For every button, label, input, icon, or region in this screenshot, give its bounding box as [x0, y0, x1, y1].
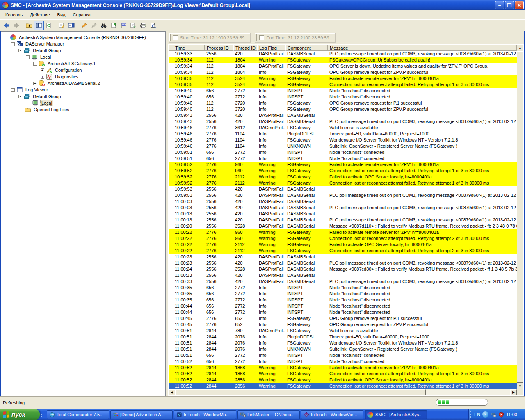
taskbar-button-tc[interactable]: Total Commander 7.5...: [47, 410, 109, 419]
scroll-right-button[interactable]: ▶: [510, 389, 517, 395]
log-row[interactable]: 10:59:532556420DASProtFailDASMBSerialPLC…: [169, 192, 517, 199]
log-row[interactable]: 10:59:351123524WarningFSGatewayFailed to…: [169, 75, 517, 82]
column-header-thread-id[interactable]: Thread ID: [233, 45, 257, 51]
taskbar-button-linkmaster[interactable]: LinkMaster - [C:\Docu...: [237, 410, 300, 419]
tree-item-label[interactable]: ArchestrA System Management Console (RNK…: [18, 35, 147, 40]
tree-item-label[interactable]: ArchestrA.DASMBSerial.2: [47, 81, 101, 86]
log-row[interactable]: 11:00:2425563528DASProtFailDASMBSerialMe…: [169, 266, 517, 272]
start-time-checkbox[interactable]: [173, 35, 178, 40]
tree-item-label[interactable]: Default Group: [32, 94, 62, 99]
log-row[interactable]: 10:59:4627761104InfoPlugInDDESLTimers: p…: [169, 131, 517, 137]
log-row[interactable]: 10:59:432556420DASProtFailDASMBSerial: [169, 112, 517, 119]
collapse-toggle[interactable]: -: [11, 88, 15, 92]
tree-item-archestra-system-management-console-rnkn[interactable]: ArchestrA System Management Console (RNK…: [1, 34, 165, 41]
log-row[interactable]: 10:59:406562772InfoINTSPTNode "localhost…: [169, 88, 517, 94]
start-button[interactable]: пуск: [0, 409, 40, 420]
log-row[interactable]: 11:00:2025563528DASProtFailDASMBSerialMe…: [169, 223, 517, 229]
log-row[interactable]: 10:59:401123720InfoFSGatewayOPC Group re…: [169, 106, 517, 112]
log-row[interactable]: 10:59:5227762112WarningFSGatewayConnecti…: [169, 180, 517, 186]
log-row[interactable]: 11:00:2227762112WarningFSGatewayFailed t…: [169, 242, 517, 248]
horizontal-scroll-track[interactable]: [426, 389, 510, 395]
close-button[interactable]: ✕: [515, 1, 524, 9]
tree-item-label[interactable]: Local: [40, 100, 53, 106]
toolbar-show-pane-button[interactable]: [66, 21, 76, 30]
menu-help[interactable]: Справка: [69, 11, 94, 18]
log-row[interactable]: 10:59:516562772InfoINTSPTNode "localhost…: [169, 155, 517, 162]
taskbar-button-advantech[interactable]: OPC[Demo] Advantech A...: [110, 410, 173, 419]
log-row[interactable]: 11:00:332556420DASProtFailDASMBSerialPLC…: [169, 278, 517, 285]
log-row[interactable]: 11:00:356562772InfoINTSPTNode "localhost…: [169, 291, 517, 297]
log-row[interactable]: 11:00:222776960WarningFSGatewayConnectio…: [169, 235, 517, 242]
tree-item-label[interactable]: Default Group: [32, 48, 62, 53]
tree-item-archestra-fsgateway-1[interactable]: -ArchestrA.FSGateway.1: [1, 60, 165, 67]
restore-button[interactable]: ❐: [505, 1, 514, 9]
log-row[interactable]: 10:59:341121804WarningFSGatewayFSGateway…: [169, 57, 517, 63]
tree-item-label[interactable]: Log Viewer: [25, 87, 49, 92]
menu-action[interactable]: Действие: [26, 11, 53, 18]
tree-item-label[interactable]: DAServer Manager: [25, 41, 65, 46]
log-row[interactable]: 11:00:356562772InfoINTSPTNode "localhost…: [169, 297, 517, 303]
log-row[interactable]: 10:59:341121804DASProtFailFSGatewayOPC S…: [169, 63, 517, 69]
log-row[interactable]: 11:00:452776652InfoFSGatewayOPC Group re…: [169, 322, 517, 328]
log-row[interactable]: 11:00:5228442856WarningFSGatewayConnecti…: [169, 383, 517, 389]
taskbar-button-intouch-maker[interactable]: InTouch - WindowMa...: [174, 410, 236, 419]
expand-toggle[interactable]: +: [33, 82, 37, 85]
log-row[interactable]: 11:00:232556420DASProtFailDASMBSerialPLC…: [169, 260, 517, 266]
tree-item-log-viewer[interactable]: -Log Viewer: [1, 87, 165, 93]
tree-item-opened-log-files[interactable]: Opened Log Files: [1, 106, 165, 113]
log-row[interactable]: 11:00:356562772InfoINTSPTNode "localhost…: [169, 285, 517, 291]
tree-item-diagnostics[interactable]: +Diagnostics: [1, 73, 165, 80]
horizontal-scrollbar[interactable]: ◀ ▶: [169, 389, 517, 395]
taskbar-button-intouch-viewer[interactable]: InTouch - WindowVie...: [301, 410, 363, 419]
network-tray-icon[interactable]: [491, 412, 496, 418]
quick-launch-grip[interactable]: [41, 411, 45, 418]
menu-view[interactable]: Вид: [54, 11, 69, 18]
vertical-scrollbar[interactable]: ▲ ▼: [517, 45, 523, 389]
horizontal-scroll-thumb[interactable]: [175, 389, 426, 395]
security-alert-icon[interactable]: [498, 412, 504, 418]
toolbar-print-button[interactable]: [138, 21, 148, 30]
toolbar-marker-disabled-button[interactable]: [89, 21, 99, 30]
tree-item-label[interactable]: ArchestrA.FSGateway.1: [47, 61, 96, 66]
taskbar-button-smc[interactable]: SMC - [ArchestrA Sys...: [365, 410, 427, 419]
column-header-time[interactable]: Time: [173, 45, 205, 51]
log-row[interactable]: 10:59:516562772InfoINTSPTNode "localhost…: [169, 149, 517, 155]
tree-item-label[interactable]: Configuration: [54, 68, 82, 73]
log-row[interactable]: 11:00:452776652InfoFSGatewayOPC Group re…: [169, 315, 517, 322]
toolbar-refresh-button[interactable]: [44, 21, 54, 30]
log-row[interactable]: 11:00:526562772InfoINTSPTNode "localhost…: [169, 358, 517, 365]
log-row[interactable]: 11:00:2227762112WarningFSGatewayConnecti…: [169, 248, 517, 254]
tree-item-daserver-manager[interactable]: -DAServer Manager: [1, 41, 165, 47]
collapse-toggle[interactable]: -: [33, 62, 37, 66]
toolbar-flag-button[interactable]: [119, 21, 128, 30]
toolbar-marker-button[interactable]: [79, 21, 89, 30]
log-row[interactable]: 10:59:401123720InfoFSGatewayOPC Group re…: [169, 100, 517, 106]
toolbar-up-folder-button[interactable]: [24, 21, 34, 30]
language-indicator[interactable]: EN: [474, 412, 480, 417]
log-row[interactable]: 10:59:522776960WarningFSGatewayFailed to…: [169, 162, 517, 168]
log-row[interactable]: 10:59:4627761104InfoFSGatewayWonderware …: [169, 137, 517, 143]
column-header-process-id[interactable]: Process ID: [205, 45, 233, 51]
toolbar-preview-button[interactable]: [148, 21, 158, 30]
tree-item-archestra-dasmbserial-2[interactable]: +ArchestrA.DASMBSerial.2: [1, 80, 165, 87]
end-time-checkbox[interactable]: [259, 35, 264, 40]
log-row[interactable]: 11:00:5128442076InfoUNKNOWNSuitelink: Op…: [169, 346, 517, 352]
toolbar-back-button[interactable]: [2, 21, 11, 30]
log-row[interactable]: 10:59:406562772InfoINTSPTNode "localhost…: [169, 94, 517, 100]
log-row[interactable]: 11:00:032556420DASProtFailDASMBSerial: [169, 199, 517, 205]
log-row[interactable]: 11:00:132556420DASProtFailDASMBSerial: [169, 211, 517, 217]
tree-item-label[interactable]: Diagnostics: [54, 74, 79, 79]
log-row[interactable]: 10:59:332556420DASProtFailDASMBSerialPLC…: [169, 51, 517, 57]
log-row[interactable]: 10:59:5227762112WarningFSGatewayFailed t…: [169, 174, 517, 180]
column-header-message[interactable]: Message: [328, 45, 517, 51]
log-row[interactable]: 11:00:5128442076InfoFSGatewayWonderware …: [169, 340, 517, 346]
collapse-toggle[interactable]: -: [11, 42, 15, 46]
hide-icons-button[interactable]: ‹: [482, 411, 488, 418]
menu-console[interactable]: Консоль: [2, 11, 26, 18]
vertical-scroll-thumb[interactable]: [517, 51, 523, 383]
log-row[interactable]: 10:59:532556420DASProtFailDASMBSerial: [169, 186, 517, 192]
scroll-down-button[interactable]: ▼: [517, 383, 523, 389]
log-row[interactable]: 10:59:351123524WarningFSGatewayConnectio…: [169, 82, 517, 88]
log-row[interactable]: 11:00:512844780DACmnProt...FSGatewayVali…: [169, 328, 517, 334]
collapse-toggle[interactable]: -: [26, 55, 30, 59]
